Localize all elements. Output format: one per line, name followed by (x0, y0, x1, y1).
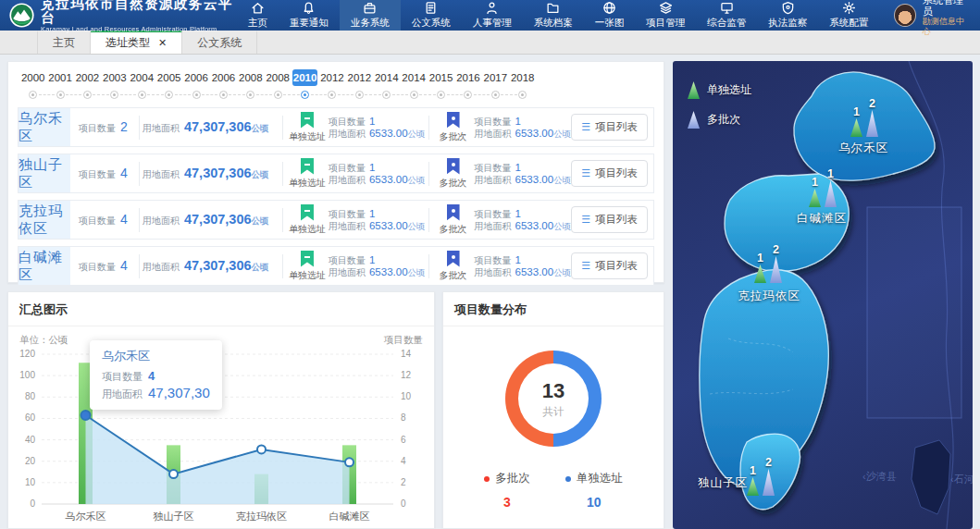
single-site-flag: 单独选址 (286, 112, 329, 143)
bookmark-green-icon (301, 251, 314, 267)
single-count: 1 (757, 252, 763, 264)
tooltip-area-label: 用地面积 (102, 387, 143, 402)
tab-bar: 主页选址类型✕公文系统 (0, 31, 980, 55)
nav-item-globe[interactable]: 一张图 (584, 0, 636, 31)
year-dot (437, 91, 445, 99)
tab-3[interactable]: 公文系统 (182, 31, 257, 54)
nav-label: 系统档案 (534, 17, 573, 30)
tab-1[interactable]: 主页 (37, 31, 91, 54)
project-list-button[interactable]: ☰项目列表 (571, 160, 648, 187)
donut-total-label: 共计 (543, 405, 564, 419)
nav-item-layers[interactable]: 项目管理 (635, 0, 696, 31)
project-list-button[interactable]: ☰项目列表 (571, 206, 648, 233)
gear-icon (842, 1, 856, 15)
year-dot (192, 91, 201, 99)
year-2017[interactable]: 2017 (482, 69, 509, 99)
tab-2[interactable]: 选址类型✕ (91, 31, 182, 54)
nav-item-gear[interactable]: 系统配置 (818, 0, 879, 31)
year-2004[interactable]: 2004 (129, 69, 155, 99)
project-list-button[interactable]: ☰项目列表 (571, 114, 648, 141)
nav-item-home[interactable]: 主页 (237, 0, 279, 31)
svg-text:0: 0 (401, 498, 406, 509)
year-2000[interactable]: 2000 (19, 69, 46, 99)
year-2016[interactable]: 2016 (454, 69, 481, 99)
map-markers-克拉玛依区[interactable]: 12 (754, 242, 782, 283)
nav-item-briefcase[interactable]: 业务系统 (340, 0, 401, 31)
district-count: 项目数量4 (79, 258, 136, 274)
single-count: 1 (750, 465, 756, 477)
year-2012[interactable]: 2012 (346, 69, 373, 99)
briefcase-icon (363, 1, 377, 15)
year-dot (165, 91, 173, 99)
nav-item-monitor[interactable]: 综合监管 (696, 0, 757, 31)
year-label: 2014 (374, 69, 399, 86)
nav-label: 人事管理 (473, 17, 512, 30)
year-2014[interactable]: 2014 (400, 69, 427, 99)
year-2006[interactable]: 2006 (210, 69, 237, 99)
map-legend: 单独选址多批次 (688, 81, 751, 141)
single-site-flag: 单独选址 (286, 204, 329, 236)
folder-icon (546, 1, 560, 15)
map-markers-白碱滩区[interactable]: 11 (809, 166, 837, 207)
nav-item-document[interactable]: 公文系统 (401, 0, 462, 31)
user-menu[interactable]: 系统管理员 勘测信息中心 (894, 0, 971, 37)
svg-text:克拉玛依区: 克拉玛依区 (236, 511, 287, 522)
legend-item-单独选址[interactable]: 单独选址10 (565, 471, 623, 510)
charts-row: 汇总图示 单位：公顷 项目数量 120141001280106084062041… (7, 291, 664, 529)
line-point-克拉玛依区[interactable] (257, 445, 266, 453)
line-point-白碱滩区[interactable] (345, 458, 354, 466)
document-icon (424, 1, 438, 15)
year-2014[interactable]: 2014 (373, 69, 400, 99)
svg-text:40: 40 (25, 435, 36, 445)
year-label: 2018 (510, 69, 535, 86)
line-point-独山子区[interactable] (169, 470, 178, 478)
close-icon[interactable]: ✕ (158, 37, 167, 49)
nav-label: 系统配置 (829, 17, 868, 30)
nav-label: 一张图 (595, 17, 625, 30)
district-name: 独山子区 (19, 154, 70, 192)
year-2001[interactable]: 2001 (46, 69, 73, 99)
bookmark-green-icon (301, 112, 314, 129)
year-2012[interactable]: 2012 (318, 69, 345, 99)
year-timeline: 2000200120022003200420052006200620082008… (18, 66, 654, 101)
year-label: 2015 (428, 69, 453, 86)
year-label: 2006 (211, 69, 236, 86)
nav-label: 主页 (248, 17, 267, 30)
line-point-乌尔禾区[interactable] (81, 411, 91, 420)
district-name: 克拉玛依区 (19, 201, 70, 239)
year-2008[interactable]: 2008 (237, 69, 264, 99)
year-2015[interactable]: 2015 (428, 69, 454, 99)
nav-item-shield[interactable]: 执法监察 (757, 0, 818, 31)
year-2008[interactable]: 2008 (265, 69, 292, 99)
list-icon: ☰ (581, 168, 590, 178)
green-cone-icon (809, 189, 821, 207)
year-label: 2002 (75, 69, 100, 86)
year-2003[interactable]: 2003 (101, 69, 128, 99)
year-dot (219, 91, 228, 99)
nav-item-person[interactable]: 人事管理 (462, 0, 523, 31)
district-count: 项目数量4 (79, 166, 136, 181)
year-dot (491, 91, 500, 99)
district-rows: 乌尔禾区项目数量2用地面积47,307,306公顷单独选址项目数量1用地面积65… (18, 107, 654, 286)
map-markers-乌尔禾区[interactable]: 12 (850, 96, 878, 137)
year-2018[interactable]: 2018 (509, 69, 536, 99)
list-icon: ☰ (581, 261, 590, 271)
svg-text:20: 20 (25, 456, 36, 466)
avatar[interactable] (894, 4, 916, 27)
nav-item-bell[interactable]: 重要通知 (279, 0, 340, 31)
year-2006[interactable]: 2006 (182, 69, 209, 99)
project-list-button[interactable]: ☰项目列表 (571, 252, 648, 279)
year-label: 2010 (292, 69, 317, 86)
map-markers-独山子区[interactable]: 12 (747, 455, 775, 496)
year-2005[interactable]: 2005 (155, 69, 182, 99)
nav-item-folder[interactable]: 系统档案 (523, 0, 584, 31)
year-2010[interactable]: 2010 (292, 69, 318, 99)
distribution-card: 项目数量分布 13 共计 多批次3单独选址10 (442, 291, 664, 529)
globe-icon (602, 1, 616, 15)
svg-text:乌尔禾区: 乌尔禾区 (65, 511, 106, 522)
tooltip-area-value: 47,307,30 (148, 385, 210, 400)
year-2002[interactable]: 2002 (74, 69, 101, 99)
map-region-label: 独山子区 (698, 475, 748, 491)
svg-text:10: 10 (25, 477, 36, 487)
legend-item-多批次[interactable]: 多批次3 (484, 471, 530, 510)
